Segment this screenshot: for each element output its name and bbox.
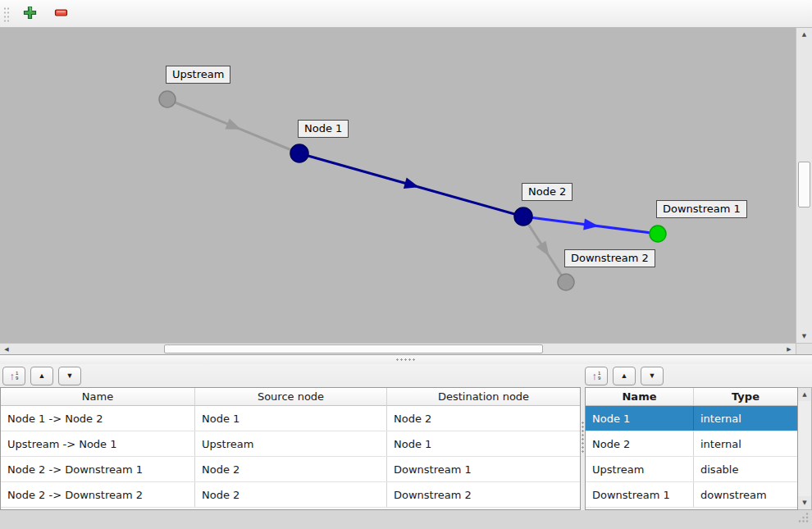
edges-toolbar: ↑ 19 ▲ ▼ [0, 364, 581, 387]
scrollbar-corner [796, 343, 812, 354]
minus-icon [54, 6, 68, 22]
table-cell: Downstream 2 [387, 482, 580, 507]
vertical-scroll-track[interactable] [798, 401, 811, 496]
column-header-name[interactable]: Name [586, 388, 694, 406]
up-arrow-icon: ▲ [621, 372, 628, 380]
sort-button[interactable]: ↑ 19 [585, 367, 608, 385]
scroll-down-icon[interactable]: ▼ [796, 330, 812, 343]
node-label[interactable]: Node 1 [298, 120, 349, 138]
graph-canvas[interactable]: UpstreamNode 1Node 2Downstream 1Downstre… [0, 28, 796, 343]
remove-button[interactable] [50, 3, 71, 25]
column-header-source-node[interactable]: Source node [195, 388, 387, 406]
sort-button[interactable]: ↑ 19 [2, 367, 25, 385]
table-cell: Downstream 1 [387, 457, 580, 481]
table-cell: Upstream -> Node 1 [1, 431, 195, 456]
node-label[interactable]: Downstream 2 [564, 249, 655, 267]
up-arrow-icon: ▲ [39, 372, 46, 380]
graph-node[interactable] [514, 207, 532, 226]
horizontal-scroll-track[interactable] [13, 344, 782, 354]
edge-arrowhead-icon [404, 178, 421, 193]
table-cell: Node 2 -> Downstream 2 [1, 482, 195, 507]
scroll-left-icon[interactable]: ◀ [0, 344, 13, 354]
edge-arrowhead-icon [225, 118, 243, 135]
nodes-table-scrollbar[interactable]: ▲ ▼ [798, 387, 812, 510]
table-row[interactable]: Downstream 1downstream [586, 482, 797, 508]
table-cell: Upstream [195, 431, 387, 456]
table-cell: Node 1 -> Node 2 [1, 406, 195, 431]
sort-ascending-icon: ↑ 19 [10, 371, 19, 381]
node-label[interactable]: Node 2 [522, 183, 573, 201]
graph-svg [0, 28, 796, 343]
graph-panel: UpstreamNode 1Node 2Downstream 1Downstre… [0, 28, 812, 354]
graph-node[interactable] [290, 144, 308, 162]
app-window: UpstreamNode 1Node 2Downstream 1Downstre… [0, 0, 812, 529]
table-cell: Upstream [586, 457, 694, 481]
move-up-button[interactable]: ▲ [613, 367, 636, 385]
splitter-grip-icon [395, 358, 417, 361]
table-cell: Node 2 -> Downstream 1 [1, 457, 195, 481]
down-arrow-icon: ▼ [649, 372, 656, 380]
horizontal-splitter[interactable] [0, 354, 812, 364]
vertical-scroll-thumb[interactable] [798, 162, 810, 207]
plus-icon [23, 6, 37, 22]
canvas-horizontal-scrollbar[interactable]: ◀ ▶ [0, 343, 796, 354]
toolbar-drag-handle[interactable] [2, 6, 9, 22]
node-label[interactable]: Upstream [166, 66, 230, 84]
column-header-name[interactable]: Name [1, 388, 195, 406]
table-row[interactable]: Node 1 -> Node 2Node 1Node 2 [1, 406, 580, 431]
table-cell: Node 1 [387, 431, 580, 456]
scroll-down-icon[interactable]: ▼ [798, 496, 811, 509]
sort-ascending-icon: ↑ 19 [592, 371, 601, 381]
nodes-table-body: Node 1internalNode 2internalUpstreamdisa… [586, 406, 797, 508]
graph-node[interactable] [558, 274, 574, 290]
main-toolbar [0, 0, 812, 28]
move-down-button[interactable]: ▼ [58, 367, 81, 385]
column-header-type[interactable]: Type [694, 388, 797, 406]
table-cell: internal [694, 406, 797, 431]
edges-table: Name Source node Destination node Node 1… [0, 387, 581, 510]
table-cell: downstream [694, 482, 797, 507]
table-row[interactable]: Node 2 -> Downstream 2Node 2Downstream 2 [1, 482, 580, 508]
bottom-panel: ↑ 19 ▲ ▼ Name Source node Destination no… [0, 364, 812, 510]
add-button[interactable] [19, 3, 40, 25]
table-cell: Node 1 [195, 406, 387, 431]
move-up-button[interactable]: ▲ [30, 367, 53, 385]
nodes-table-header: Name Type [586, 388, 797, 406]
down-arrow-icon: ▼ [66, 372, 74, 380]
table-row[interactable]: Node 2 -> Downstream 1Node 2Downstream 1 [1, 457, 580, 482]
table-cell: Node 1 [586, 406, 694, 431]
move-down-button[interactable]: ▼ [641, 367, 664, 385]
scroll-up-icon[interactable]: ▲ [798, 388, 811, 401]
vertical-scroll-track[interactable] [796, 41, 812, 330]
status-strip [0, 510, 812, 529]
node-label[interactable]: Downstream 1 [656, 200, 747, 218]
table-cell: disable [694, 457, 797, 481]
nodes-table: Name Type Node 1internalNode 2internalUp… [585, 387, 798, 510]
horizontal-scroll-thumb[interactable] [164, 344, 543, 353]
edges-table-header: Name Source node Destination node [1, 388, 580, 406]
table-cell: Node 2 [586, 431, 694, 456]
canvas-vertical-scrollbar[interactable]: ▲ ▼ [796, 28, 812, 343]
scroll-up-icon[interactable]: ▲ [796, 28, 812, 41]
edge-arrowhead-icon [536, 240, 554, 259]
table-row[interactable]: Node 2internal [586, 431, 797, 457]
splitter-grip-icon [582, 421, 584, 454]
edges-pane: ↑ 19 ▲ ▼ Name Source node Destination no… [0, 364, 581, 510]
table-cell: Downstream 1 [586, 482, 694, 507]
table-row[interactable]: Node 1internal [586, 406, 797, 431]
scroll-right-icon[interactable]: ▶ [782, 344, 796, 354]
table-cell: internal [694, 431, 797, 456]
column-header-destination-node[interactable]: Destination node [387, 388, 580, 406]
graph-node[interactable] [159, 91, 176, 107]
table-cell: Node 2 [387, 406, 580, 431]
graph-node[interactable] [650, 226, 666, 242]
nodes-toolbar: ↑ 19 ▲ ▼ [585, 364, 812, 387]
resize-grip-icon[interactable] [797, 512, 810, 527]
nodes-pane: ↑ 19 ▲ ▼ Name Type [585, 364, 812, 510]
table-row[interactable]: Upstreamdisable [586, 457, 797, 482]
table-cell: Node 2 [195, 482, 387, 507]
edges-table-body: Node 1 -> Node 2Node 1Node 2Upstream -> … [1, 406, 580, 508]
table-row[interactable]: Upstream -> Node 1UpstreamNode 1 [1, 431, 580, 457]
table-cell: Node 2 [195, 457, 387, 481]
